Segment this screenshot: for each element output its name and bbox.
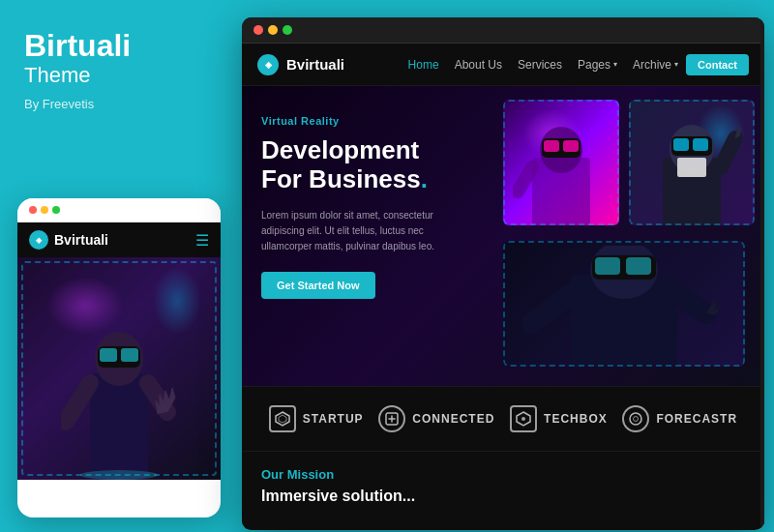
- mobile-dot-green: [52, 206, 60, 214]
- mobile-logo-text: Bvirtuali: [54, 232, 108, 248]
- mobile-dot-red: [29, 206, 37, 214]
- mobile-hero: [17, 257, 221, 480]
- brand-connected: CONNECTED: [378, 405, 494, 432]
- svg-marker-22: [276, 412, 289, 426]
- mobile-top-bar: [17, 198, 221, 222]
- nav-logo-text: Bvirtuali: [286, 56, 344, 73]
- brand-title: Birtuali: [24, 29, 208, 63]
- nav-logo-icon: ◈: [257, 54, 279, 75]
- hero-section: Virtual Reality Development For Business…: [242, 86, 764, 386]
- svg-rect-9: [544, 140, 559, 152]
- hero-image-bottom: [503, 241, 745, 367]
- startup-icon: [269, 405, 296, 432]
- right-panel: ◈ Bvirtuali Home About Us Services Pages…: [242, 17, 764, 530]
- left-panel: Birtuali Theme By Freevetis ◈ Bvirtuali …: [0, 0, 232, 532]
- hero-title: Development For Business.: [261, 136, 474, 194]
- brand-techbox: TECHBOX: [510, 405, 608, 432]
- nav-links: Home About Us Services Pages ▾ Archive ▾: [408, 58, 678, 72]
- svg-rect-16: [677, 158, 706, 177]
- svg-rect-21: [626, 257, 651, 275]
- browser-dots: [253, 25, 292, 35]
- browser-dot-yellow[interactable]: [268, 25, 278, 35]
- nav-link-about[interactable]: About Us: [455, 58, 502, 72]
- mobile-mockup: ◈ Bvirtuali ☰: [17, 198, 221, 517]
- svg-point-28: [634, 417, 639, 422]
- brand-connected-label: CONNECTED: [412, 412, 494, 426]
- chevron-down-icon: ▾: [613, 60, 617, 69]
- hero-tag: Virtual Reality: [261, 115, 474, 127]
- mission-section: Our Mission Immersive solution...: [242, 452, 764, 529]
- hero-images: [493, 86, 764, 386]
- hero-content: Virtual Reality Development For Business…: [242, 86, 493, 386]
- mission-title: Immersive solution...: [261, 488, 745, 505]
- svg-rect-10: [563, 140, 579, 152]
- svg-rect-0: [90, 373, 148, 480]
- get-started-button[interactable]: Get Started Now: [261, 272, 375, 299]
- brands-bar: STARTUP CONNECTED TECHBOX: [242, 386, 764, 452]
- svg-point-26: [521, 417, 525, 421]
- mobile-dots: [29, 206, 60, 214]
- mobile-logo-icon: ◈: [29, 230, 48, 250]
- mobile-nav: ◈ Bvirtuali ☰: [17, 222, 221, 257]
- hero-image-top-right: [629, 100, 755, 225]
- hamburger-icon[interactable]: ☰: [195, 231, 209, 250]
- svg-point-27: [630, 413, 641, 425]
- vr-person-svg-3: [513, 246, 735, 367]
- hero-image-top-left: [503, 100, 619, 225]
- forecastr-icon: [622, 405, 649, 432]
- nav-link-services[interactable]: Services: [518, 58, 562, 72]
- mobile-logo: ◈ Bvirtuali: [29, 230, 108, 250]
- hero-dot: .: [421, 164, 428, 193]
- vr-person-svg-1: [513, 109, 610, 225]
- nav-link-archive[interactable]: Archive ▾: [633, 58, 678, 72]
- brand-techbox-label: TECHBOX: [544, 412, 608, 426]
- svg-rect-15: [693, 138, 708, 151]
- browser-dot-green[interactable]: [283, 25, 292, 35]
- svg-point-5: [80, 470, 158, 480]
- nav-link-home[interactable]: Home: [408, 58, 439, 72]
- svg-marker-23: [279, 415, 286, 423]
- browser-chrome: [242, 17, 764, 44]
- navbar: ◈ Bvirtuali Home About Us Services Pages…: [242, 44, 764, 86]
- mission-tag: Our Mission: [261, 467, 745, 482]
- techbox-icon: [510, 405, 537, 432]
- vr-person-svg-2: [639, 104, 745, 225]
- nav-link-pages[interactable]: Pages ▾: [578, 58, 617, 72]
- svg-rect-20: [595, 257, 620, 275]
- connected-icon: [378, 405, 405, 432]
- svg-rect-4: [121, 348, 138, 362]
- brand-forecastr-label: forecastr: [656, 412, 737, 426]
- browser-dot-red[interactable]: [253, 25, 263, 35]
- contact-button[interactable]: Contact: [686, 54, 749, 75]
- nav-logo: ◈ Bvirtuali: [257, 54, 344, 75]
- svg-rect-14: [673, 138, 689, 151]
- brand-sub: Theme: [24, 63, 208, 88]
- mobile-dot-yellow: [41, 206, 48, 214]
- by-line: By Freevetis: [24, 97, 208, 111]
- brand-startup: STARTUP: [269, 405, 364, 432]
- brand-startup-label: STARTUP: [303, 412, 364, 426]
- person-svg: [61, 286, 177, 480]
- chevron-down-icon-2: ▾: [674, 60, 678, 69]
- brand-forecastr: forecastr: [622, 405, 737, 432]
- svg-rect-3: [100, 348, 117, 362]
- hero-title-line2: For Business: [261, 164, 421, 193]
- hero-desc: Lorem ipsum dolor sit amet, consectetur …: [261, 208, 474, 254]
- hero-title-line1: Development: [261, 135, 419, 164]
